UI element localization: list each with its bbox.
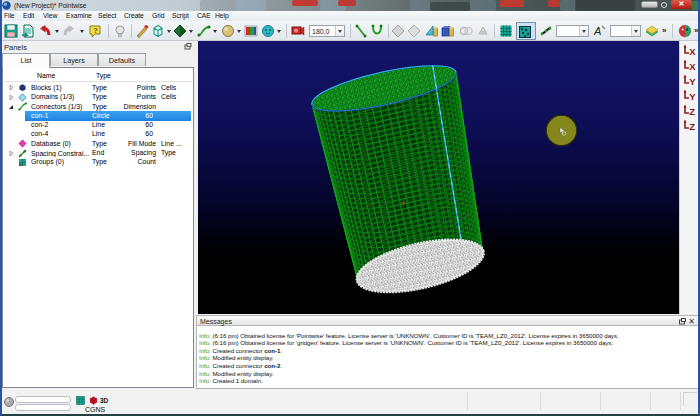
svg-text:?: ? <box>93 26 98 35</box>
svg-text:Z: Z <box>689 106 695 116</box>
svg-text:Z: Z <box>689 121 695 131</box>
svg-text:X: X <box>689 46 696 56</box>
svg-text:Y: Y <box>689 76 696 86</box>
svg-text:X: X <box>689 61 696 71</box>
svg-text:Y: Y <box>689 91 696 101</box>
svg-text:A: A <box>593 25 601 37</box>
